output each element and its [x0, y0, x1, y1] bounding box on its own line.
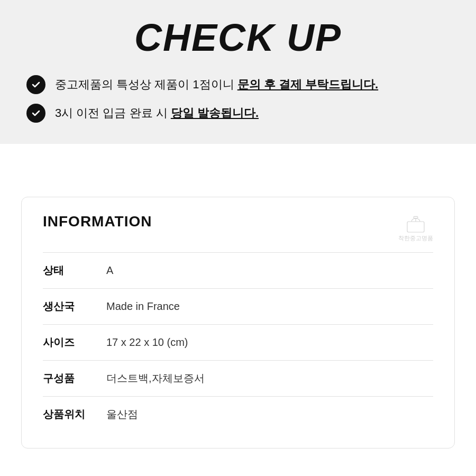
check-item-2-text: 3시 이전 입금 완료 시 당일 발송됩니다.	[55, 105, 259, 122]
label-location: 상품위치	[43, 407, 106, 422]
page-title: CHECK UP	[21, 11, 455, 75]
info-row-size: 사이즈 17 x 22 x 10 (cm)	[43, 324, 433, 360]
check-items-list: 중고제품의 특성상 제품이 1점이니 문의 후 결제 부탁드립니다. 3시 이전…	[21, 75, 455, 123]
value-size: 17 x 22 x 10 (cm)	[106, 336, 188, 349]
brand-watermark: 착한중고명품	[398, 213, 433, 242]
info-section: INFORMATION 착한중고명품 상태 A 생산국 Made in Fran…	[0, 186, 476, 470]
label-contents: 구성품	[43, 371, 106, 386]
info-row-status: 상태 A	[43, 252, 433, 288]
check-icon-1	[26, 75, 45, 94]
info-row-contents: 구성품 더스트백,자체보증서	[43, 360, 433, 396]
check-icon-2	[26, 104, 45, 123]
check-item-2: 3시 이전 입금 완료 시 당일 발송됩니다.	[26, 104, 450, 123]
info-table: 상태 A 생산국 Made in France 사이즈 17 x 22 x 10…	[43, 252, 433, 432]
value-location: 울산점	[106, 407, 138, 422]
label-size: 사이즈	[43, 335, 106, 350]
value-status: A	[106, 264, 113, 277]
svg-rect-0	[407, 222, 424, 232]
check-item-1-text: 중고제품의 특성상 제품이 1점이니 문의 후 결제 부탁드립니다.	[55, 77, 378, 93]
info-header: INFORMATION 착한중고명품	[43, 213, 433, 242]
label-origin: 생산국	[43, 299, 106, 314]
check-item-1: 중고제품의 특성상 제품이 1점이니 문의 후 결제 부탁드립니다.	[26, 75, 450, 94]
info-title: INFORMATION	[43, 213, 152, 230]
info-row-location: 상품위치 울산점	[43, 396, 433, 432]
label-status: 상태	[43, 263, 106, 278]
info-card: INFORMATION 착한중고명품 상태 A 생산국 Made in Fran…	[21, 197, 455, 448]
value-origin: Made in France	[106, 300, 180, 313]
value-contents: 더스트백,자체보증서	[106, 371, 205, 386]
middle-spacer	[0, 144, 476, 186]
info-row-origin: 생산국 Made in France	[43, 288, 433, 324]
top-section: CHECK UP 중고제품의 특성상 제품이 1점이니 문의 후 결제 부탁드립…	[0, 0, 476, 144]
watermark-text: 착한중고명품	[398, 234, 433, 242]
svg-rect-1	[414, 216, 418, 218]
